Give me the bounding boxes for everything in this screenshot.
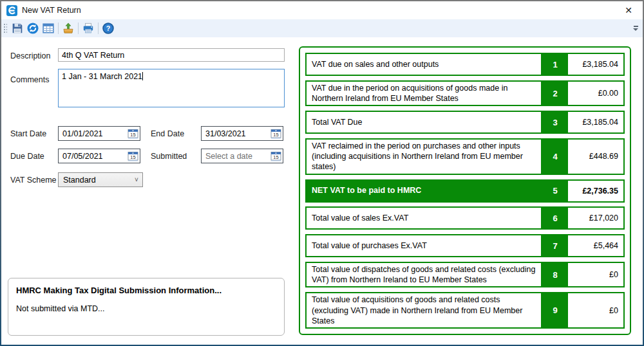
vat-row-3: Total VAT Due 3 £3,185.04	[305, 111, 625, 134]
table-button[interactable]	[41, 21, 56, 36]
submitted-date-input[interactable]: Select a date 15	[201, 149, 283, 163]
help-icon: ?	[102, 23, 114, 34]
vat-row-2: VAT due in the period on acquisitions of…	[305, 80, 625, 107]
hmrc-mtd-panel: HMRC Making Tax Digital Submission Infor…	[8, 278, 285, 336]
vat-box-value: £0.00	[568, 82, 623, 105]
vat-row-label: VAT reclaimed in the period on purchases…	[307, 140, 542, 174]
refresh-icon	[27, 23, 39, 34]
vat-box-value: £0	[568, 263, 623, 287]
content-area: Description Comments 1 Jan - 31 March 20…	[1, 37, 643, 345]
vat-row-4: VAT reclaimed in the period on purchases…	[305, 138, 625, 175]
vat-row-label: Total value of purchases Ex.VAT	[307, 235, 542, 256]
vat-row-label: VAT due in the period on acquisitions of…	[307, 82, 542, 105]
comments-label: Comments	[10, 75, 49, 84]
vat-box-number: 1	[542, 54, 568, 75]
chevron-down-icon: ˅	[131, 176, 142, 183]
start-date-label: Start Date	[10, 129, 46, 138]
vat-row-label: Total value of dispatches of goods and r…	[307, 263, 542, 287]
vat-box-number: 9	[542, 293, 568, 327]
toolbar-separator	[58, 23, 59, 34]
vat-scheme-label: VAT Scheme	[10, 176, 57, 185]
vat-row-label: NET VAT to be paid to HMRC	[307, 181, 542, 201]
end-date-label: End Date	[151, 129, 184, 138]
end-date-input[interactable]: 31/03/2021 15	[201, 126, 283, 141]
new-vat-return-window: New VAT Return ✕	[1, 1, 643, 345]
vat-row-label: Total value of sales Ex.VAT	[307, 208, 542, 228]
save-icon	[12, 23, 23, 34]
vat-box-value: £2,736.35	[568, 181, 623, 201]
vat-box-number: 6	[542, 208, 568, 228]
vat-row-7: Total value of purchases Ex.VAT 7 £5,464	[305, 234, 625, 257]
close-icon[interactable]: ✕	[620, 5, 638, 15]
vat-boxes-panel: VAT due on sales and other outputs 1 £3,…	[299, 46, 631, 335]
svg-text:15: 15	[273, 132, 278, 138]
comments-input[interactable]: 1 Jan - 31 March 2021	[58, 69, 285, 107]
page-title: New VAT Return	[22, 6, 620, 15]
vat-box-number: 2	[542, 82, 568, 105]
vat-box-number: 5	[542, 181, 568, 201]
vat-box-number: 4	[542, 140, 568, 174]
vat-box-number: 7	[542, 235, 568, 256]
hmrc-mtd-status: Not submitted via MTD...	[16, 304, 276, 313]
description-input[interactable]	[58, 48, 285, 62]
vat-box-number: 8	[542, 263, 568, 287]
help-button[interactable]: ?	[100, 21, 116, 36]
vat-row-label: VAT due on sales and other outputs	[307, 54, 542, 75]
toolbar: ?	[1, 19, 643, 37]
calendar-icon[interactable]: 15	[126, 127, 140, 140]
vat-box-value: £3,185.04	[568, 54, 623, 75]
calendar-icon[interactable]: 15	[269, 127, 283, 140]
svg-text:15: 15	[130, 154, 135, 160]
vat-box-value: £17,020	[568, 208, 623, 228]
vat-row-label: Total value of acquisitions of goods and…	[307, 293, 542, 327]
vat-row-5-net-vat: NET VAT to be paid to HMRC 5 £2,736.35	[305, 179, 625, 203]
vat-scheme-select[interactable]: Standard ˅	[58, 172, 143, 187]
toolbar-separator	[98, 23, 99, 34]
due-date-label: Due Date	[10, 152, 44, 161]
vat-row-6: Total value of sales Ex.VAT 6 £17,020	[305, 206, 625, 230]
refresh-button[interactable]	[25, 21, 41, 36]
start-date-input[interactable]: 01/01/2021 15	[58, 126, 140, 141]
print-button[interactable]	[80, 21, 96, 36]
svg-text:15: 15	[273, 154, 278, 160]
vat-box-value: £3,185.04	[568, 112, 623, 132]
vat-box-number: 3	[542, 112, 568, 132]
hmrc-mtd-title: HMRC Making Tax Digital Submission Infor…	[16, 286, 276, 295]
calendar-icon[interactable]: 15	[126, 149, 140, 163]
vat-box-value: £448.69	[568, 140, 623, 174]
due-date-input[interactable]: 07/05/2021 15	[58, 149, 140, 163]
toolbar-overflow-button[interactable]	[631, 22, 640, 35]
window-frame: New VAT Return ✕	[0, 0, 644, 346]
comments-text: 1 Jan - 31 March 2021	[62, 72, 142, 81]
save-button[interactable]	[10, 21, 25, 36]
vat-box-value: £5,464	[568, 235, 623, 256]
svg-text:?: ?	[106, 24, 111, 32]
vat-row-label: Total VAT Due	[307, 112, 542, 132]
text-caret	[142, 72, 143, 80]
toolbar-grip[interactable]	[3, 23, 7, 34]
svg-text:15: 15	[130, 132, 135, 138]
app-logo-icon	[6, 5, 17, 16]
vat-box-value: £0	[568, 293, 623, 327]
vat-row-9: Total value of acquisitions of goods and…	[305, 292, 625, 329]
submitted-label: Submitted	[151, 152, 187, 161]
title-bar: New VAT Return ✕	[1, 1, 643, 19]
export-button[interactable]	[61, 21, 76, 36]
table-icon	[43, 23, 54, 34]
calendar-icon[interactable]: 15	[269, 149, 283, 163]
export-icon	[62, 23, 74, 34]
toolbar-separator	[78, 23, 79, 34]
vat-row-8: Total value of dispatches of goods and r…	[305, 262, 625, 288]
print-icon	[82, 23, 94, 34]
vat-row-1: VAT due on sales and other outputs 1 £3,…	[305, 53, 625, 76]
description-label: Description	[10, 51, 51, 60]
